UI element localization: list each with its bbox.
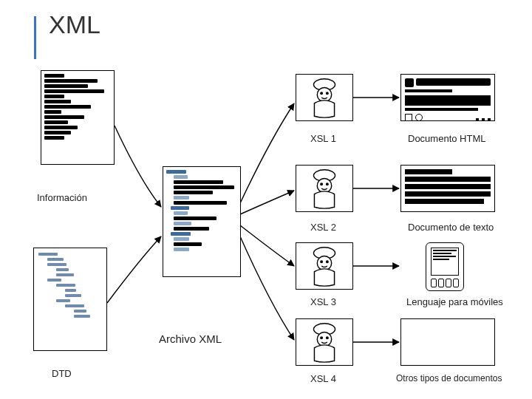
output-html-label: Documento HTML — [408, 133, 485, 144]
output-other-box — [400, 318, 495, 366]
output-html-box — [400, 74, 495, 121]
output-other-label: Otros tipos de documentos — [396, 373, 502, 383]
chef-icon-xsl2 — [296, 165, 353, 212]
xsl3-label: XSL 3 — [310, 296, 336, 307]
svg-point-5 — [317, 87, 331, 101]
svg-point-19 — [327, 337, 329, 339]
svg-point-14 — [321, 261, 323, 263]
svg-point-7 — [327, 92, 329, 95]
output-text-label: Documento de texto — [408, 222, 494, 233]
output-mobile-box — [426, 242, 464, 291]
page-title: XML — [49, 10, 100, 39]
output-text-box — [400, 165, 495, 212]
chef-icon-xsl3 — [296, 242, 353, 290]
svg-point-13 — [317, 256, 331, 270]
xsl1-label: XSL 1 — [310, 133, 336, 144]
chef-icon-xsl4 — [296, 318, 353, 366]
output-mobile-label: Lenguaje para móviles — [406, 296, 503, 307]
dtd-box — [33, 248, 107, 351]
svg-point-6 — [321, 92, 323, 95]
chef-icon-xsl1 — [296, 74, 353, 121]
info-box — [41, 70, 115, 165]
svg-point-9 — [317, 178, 331, 192]
accent-bar — [34, 16, 36, 59]
info-label: Información — [37, 192, 87, 203]
svg-point-15 — [327, 261, 329, 263]
dtd-label: DTD — [52, 368, 72, 379]
archivo-xml-label: Archivo XML — [159, 332, 222, 345]
svg-point-17 — [317, 332, 331, 346]
archivo-xml-box — [163, 166, 241, 277]
svg-point-11 — [327, 183, 329, 185]
svg-point-10 — [321, 183, 323, 185]
xsl4-label: XSL 4 — [310, 373, 336, 384]
svg-point-18 — [321, 337, 323, 339]
xsl2-label: XSL 2 — [310, 222, 336, 233]
